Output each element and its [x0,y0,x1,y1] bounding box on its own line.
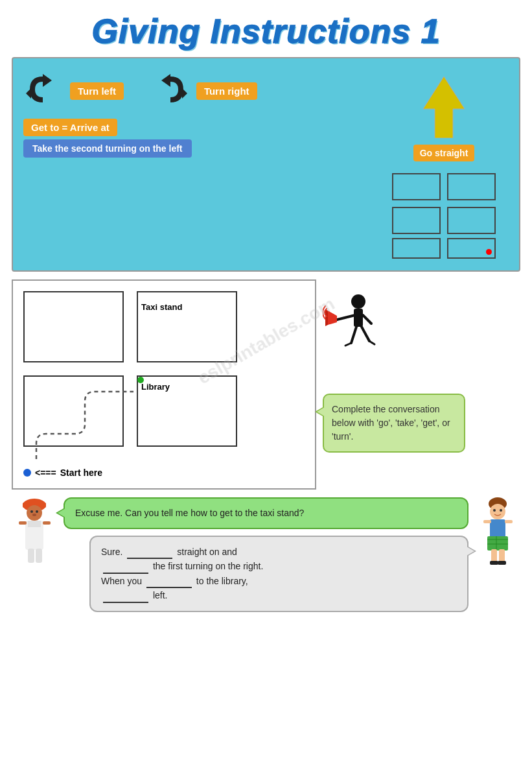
svg-line-9 [345,343,351,346]
instructions-section: Turn left Turn right Get to = Arrive at … [12,57,520,272]
svg-rect-20 [43,521,51,525]
svg-point-25 [493,509,496,512]
map-area: Taxi stand Library <=== Start here [12,279,316,490]
conversation-section: Excuse me. Can you tell me how to get to… [12,497,520,612]
svg-rect-18 [28,521,41,527]
middle-section: Taxi stand Library <=== Start here [12,279,520,490]
blank-3 [146,587,192,588]
svg-rect-21 [28,549,34,563]
go-straight-label: Go straight [413,145,475,161]
map-grid-container: Taxi stand Library [23,291,270,460]
svg-point-26 [500,509,502,512]
blank-4 [103,602,148,603]
svg-point-14 [30,510,33,513]
start-row: <=== Start here [23,468,305,478]
svg-rect-2 [354,309,363,327]
svg-rect-22 [36,549,42,563]
red-dot-marker [486,249,492,255]
library-green-dot [137,377,144,383]
turn-right-arrow-icon [150,70,190,113]
taxi-stand-label: Taxi stand [141,302,182,313]
svg-rect-37 [505,520,513,523]
person-left-icon [14,497,56,569]
stick-figure-announcer-icon [323,292,381,370]
svg-rect-19 [19,521,27,525]
start-here-label: Start here [60,468,102,478]
middle-right-panel: Complete the conversation below with 'go… [323,279,520,490]
instructions-left: Turn left Turn right Get to = Arrive at … [23,70,379,259]
question-bubble: Excuse me. Can you tell me how to get to… [64,497,468,529]
svg-line-8 [362,327,369,341]
page-title: Giving Instructions 1 [0,0,532,57]
svg-marker-6 [325,309,328,326]
svg-point-24 [490,504,505,519]
map-block-bl [23,375,124,447]
go-straight-arrow-icon [423,77,465,138]
person-left [12,497,57,569]
person-right-icon [477,497,519,569]
get-to-label: Get to = Arrive at [23,122,379,134]
arrow-start-text: <=== [35,468,56,478]
map-block-tl [23,291,124,362]
svg-line-4 [363,315,371,324]
svg-marker-0 [423,77,465,138]
svg-line-10 [369,341,375,344]
turn-right-label: Turn right [196,86,257,97]
svg-rect-34 [490,561,498,565]
turn-row: Turn left Turn right [23,70,379,113]
take-second-label: Take the second turning on the left [23,143,379,154]
turn-left-label: Turn left [70,86,124,97]
blank-2 [103,573,148,574]
answer-bubble: Sure. straight on and the first turning … [89,536,468,612]
turn-left-arrow-icon [23,70,64,113]
person-right [475,497,520,569]
svg-point-15 [36,510,38,513]
svg-marker-5 [328,311,337,325]
svg-rect-35 [498,561,506,565]
library-label: Library [141,382,170,392]
conversation-bubbles: Excuse me. Can you tell me how to get to… [64,497,468,612]
complete-instruction-bubble: Complete the conversation below with 'go… [323,394,465,453]
street-grid [392,173,496,259]
svg-point-13 [27,505,42,521]
svg-line-7 [351,327,356,343]
blank-1 [127,558,172,559]
svg-line-3 [337,315,355,320]
instructions-right: Go straight [379,70,509,259]
svg-rect-36 [483,520,491,523]
svg-point-16 [32,514,36,516]
svg-rect-27 [490,519,505,539]
svg-rect-28 [487,536,508,551]
announcer-figure [323,292,381,370]
svg-point-1 [351,294,365,309]
start-blue-dot [23,469,31,477]
